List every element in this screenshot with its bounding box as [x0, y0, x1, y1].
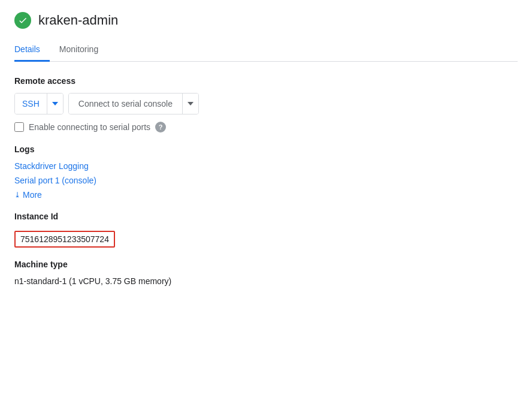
remote-access-buttons: SSH Connect to serial console [14, 93, 518, 114]
tab-monitoring[interactable]: Monitoring [59, 38, 108, 62]
machine-type-label: Machine type [14, 260, 518, 269]
more-label[interactable]: More [23, 190, 42, 200]
instance-id-section: Instance Id 7516128951233507724 [14, 212, 518, 248]
serial-console-button[interactable]: Connect to serial console [68, 93, 199, 114]
serial-port-link[interactable]: Serial port 1 (console) [14, 176, 518, 185]
more-row[interactable]: ⤓ More [14, 190, 518, 200]
tab-details[interactable]: Details [14, 38, 50, 62]
page-header: kraken-admin [14, 12, 518, 29]
chevron-icon: ⤓ [14, 191, 20, 199]
remote-access-label: Remote access [14, 76, 518, 86]
ssh-button-label[interactable]: SSH [15, 94, 47, 114]
status-check-icon [14, 12, 31, 29]
chevron-down-icon [52, 102, 58, 105]
ssh-dropdown-arrow[interactable] [47, 94, 63, 114]
tab-bar: Details Monitoring [14, 38, 518, 62]
help-icon[interactable]: ? [155, 122, 166, 132]
instance-title: kraken-admin [38, 13, 118, 28]
logs-label: Logs [14, 144, 518, 154]
serial-console-label[interactable]: Connect to serial console [69, 94, 182, 114]
logs-links: Stackdriver Logging Serial port 1 (conso… [14, 161, 518, 200]
machine-type-value: n1-standard-1 (1 vCPU, 3.75 GB memory) [14, 276, 518, 286]
machine-type-section: Machine type n1-standard-1 (1 vCPU, 3.75… [14, 260, 518, 286]
serial-ports-checkbox[interactable] [14, 122, 24, 132]
remote-access-section: Remote access SSH Connect to serial cons… [14, 76, 518, 132]
ssh-button[interactable]: SSH [14, 93, 64, 114]
stackdriver-logging-link[interactable]: Stackdriver Logging [14, 161, 518, 171]
chevron-down-icon [188, 102, 194, 105]
serial-console-dropdown-arrow[interactable] [182, 94, 198, 114]
instance-id-value: 7516128951233507724 [14, 231, 115, 248]
instance-id-label: Instance Id [14, 212, 518, 221]
logs-section: Logs Stackdriver Logging Serial port 1 (… [14, 144, 518, 200]
serial-ports-row: Enable connecting to serial ports ? [14, 122, 518, 132]
checkmark-svg [18, 16, 28, 25]
serial-ports-label: Enable connecting to serial ports [29, 122, 150, 132]
